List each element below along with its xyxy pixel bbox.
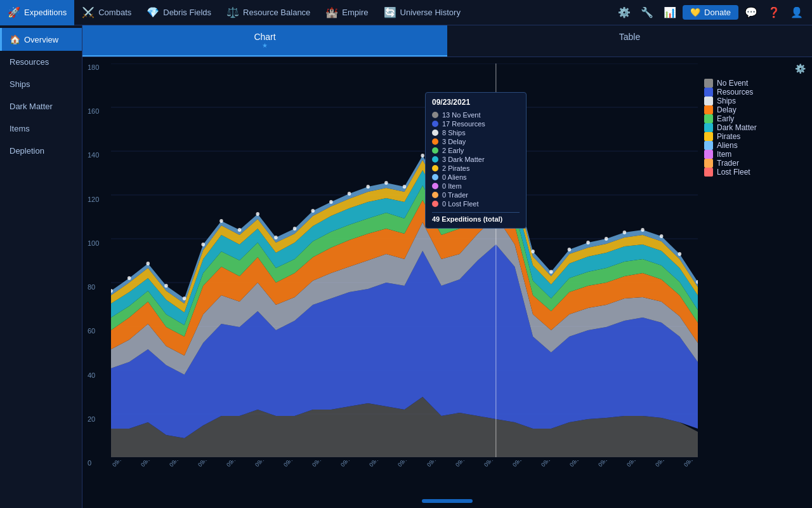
nav-combats[interactable]: ⚔️ Combats: [74, 0, 139, 25]
svg-point-33: [384, 181, 388, 185]
chart-area: 180 160 140 120 100 80 60 40 20 0: [82, 57, 812, 508]
combats-icon: ⚔️: [82, 6, 95, 18]
legend-color-swatch: [704, 141, 713, 150]
svg-point-24: [219, 219, 223, 223]
tooltip-row-label: 13 No Event: [442, 111, 520, 119]
nav-debris-label: Debris Fields: [163, 8, 211, 17]
svg-point-32: [366, 185, 370, 189]
tooltip-row-label: 3 Delay: [442, 138, 520, 145]
legend-item[interactable]: Pirates: [704, 132, 806, 141]
sidebar-item-dark-matter[interactable]: Dark Matter: [0, 95, 82, 117]
tooltip-row-label: 8 Ships: [442, 129, 520, 137]
chart-legend: ⚙️ No Event Resources Ships Delay Early …: [704, 64, 806, 177]
tooltip-dot: [432, 183, 438, 189]
chart-tab-label: Chart: [254, 32, 275, 42]
legend-item[interactable]: Delay: [704, 105, 806, 114]
tooltip-dot: [432, 121, 438, 127]
tooltip-row-label: 3 Dark Matter: [442, 156, 520, 163]
nav-resource-balance[interactable]: ⚖️ Resource Balance: [219, 0, 318, 25]
nav-combats-label: Combats: [98, 8, 131, 17]
main-layout: 🏠 Overview Resources Ships Dark Matter I…: [0, 25, 812, 508]
nav-empire[interactable]: 🏰 Empire: [318, 0, 376, 25]
legend-item[interactable]: Early: [704, 114, 806, 123]
legend-item[interactable]: Ships: [704, 97, 806, 105]
tooltip-row: 2 Early: [432, 146, 520, 155]
tooltip-row: 2 Pirates: [432, 164, 520, 173]
legend-item-label: Early: [717, 114, 734, 123]
chart-visualization[interactable]: [111, 64, 698, 457]
help-button[interactable]: ❓: [764, 3, 784, 23]
legend-color-swatch: [704, 159, 713, 168]
legend-color-swatch: [704, 105, 713, 114]
legend-item-label: Item: [717, 150, 731, 159]
nav-expeditions[interactable]: 🚀 Expeditions: [0, 0, 74, 25]
nav-universe-history-label: Universe History: [400, 8, 461, 17]
debris-icon: 💎: [147, 6, 159, 18]
overview-icon: 🏠: [10, 34, 20, 44]
nav-universe-history[interactable]: 🔄 Universe History: [376, 0, 468, 25]
nav-right-tools: ⚙️ 🔧 📊 💛 Donate 💬 ❓ 👤: [614, 3, 812, 23]
x-axis-container: 09/06/2021 09/07/2021 09/08/2021 09/09/2…: [111, 460, 698, 508]
legend-item[interactable]: Trader: [704, 159, 806, 168]
sidebar-item-overview[interactable]: 🏠 Overview: [0, 28, 82, 51]
svg-point-34: [403, 185, 407, 189]
legend-item[interactable]: Resources: [704, 88, 806, 97]
content-area: Chart ★ Table 180 160 140 120 100 80 60 …: [82, 25, 812, 508]
sidebar-ships-label: Ships: [10, 79, 30, 89]
tab-table[interactable]: Table: [447, 25, 812, 57]
chart-scrollbar[interactable]: [422, 499, 473, 503]
sidebar-depletion-label: Depletion: [10, 146, 44, 156]
legend-item-label: Lost Fleet: [717, 168, 750, 177]
tooltip-dot: [432, 174, 438, 180]
sidebar-items-label: Items: [10, 124, 30, 133]
tooltip-dot: [432, 192, 438, 198]
resource-balance-icon: ⚖️: [226, 6, 239, 18]
tooltip-row-label: 17 Resources: [442, 120, 520, 128]
legend-item-label: Dark Matter: [717, 123, 757, 132]
tooltip-dot: [432, 130, 438, 136]
tab-chart[interactable]: Chart ★: [82, 25, 447, 57]
table-tab-label: Table: [619, 32, 640, 42]
tooltip-dot: [432, 147, 438, 154]
tooltip-row-label: 2 Early: [442, 147, 520, 154]
spreadsheet-button[interactable]: 📊: [660, 3, 680, 23]
svg-point-25: [238, 228, 242, 232]
tooltip-row-label: 2 Pirates: [442, 164, 520, 172]
svg-point-29: [311, 209, 315, 213]
legend-color-swatch: [704, 88, 713, 97]
legend-item[interactable]: Dark Matter: [704, 123, 806, 132]
chart-svg: [111, 64, 698, 457]
nav-debris-fields[interactable]: 💎 Debris Fields: [139, 0, 219, 25]
settings-button[interactable]: ⚙️: [614, 3, 634, 23]
legend-item[interactable]: Aliens: [704, 141, 806, 150]
svg-point-22: [183, 297, 187, 300]
svg-point-42: [549, 270, 553, 274]
sidebar-item-depletion[interactable]: Depletion: [0, 140, 82, 162]
tooltip-row: 0 Trader: [432, 190, 520, 199]
donate-button[interactable]: 💛 Donate: [683, 5, 738, 20]
legend-item-label: No Event: [717, 79, 748, 88]
svg-point-35: [421, 154, 424, 157]
tools-button[interactable]: 🔧: [637, 3, 657, 23]
expeditions-icon: 🚀: [8, 6, 20, 18]
legend-item-label: Aliens: [717, 141, 738, 150]
sidebar-item-ships[interactable]: Ships: [0, 73, 82, 95]
tooltip-dot: [432, 165, 438, 171]
legend-settings-button[interactable]: ⚙️: [795, 64, 806, 74]
sidebar-item-resources[interactable]: Resources: [0, 51, 82, 73]
legend-color-swatch: [704, 123, 713, 132]
universe-history-icon: 🔄: [384, 6, 396, 18]
legend-item[interactable]: Item: [704, 150, 806, 159]
donate-icon: 💛: [690, 8, 700, 17]
legend-item[interactable]: Lost Fleet: [704, 168, 806, 177]
y-axis-labels: 180 160 140 120 100 80 60 40 20 0: [88, 57, 99, 470]
user-button[interactable]: 👤: [787, 3, 807, 23]
legend-item[interactable]: No Event: [704, 79, 806, 88]
discord-button[interactable]: 💬: [741, 3, 761, 23]
legend-color-swatch: [704, 150, 713, 159]
sidebar-item-items[interactable]: Items: [0, 117, 82, 140]
tooltip-dot: [432, 201, 438, 207]
svg-point-46: [623, 231, 627, 234]
tooltip-row: 3 Delay: [432, 137, 520, 146]
legend-color-swatch: [704, 168, 713, 177]
